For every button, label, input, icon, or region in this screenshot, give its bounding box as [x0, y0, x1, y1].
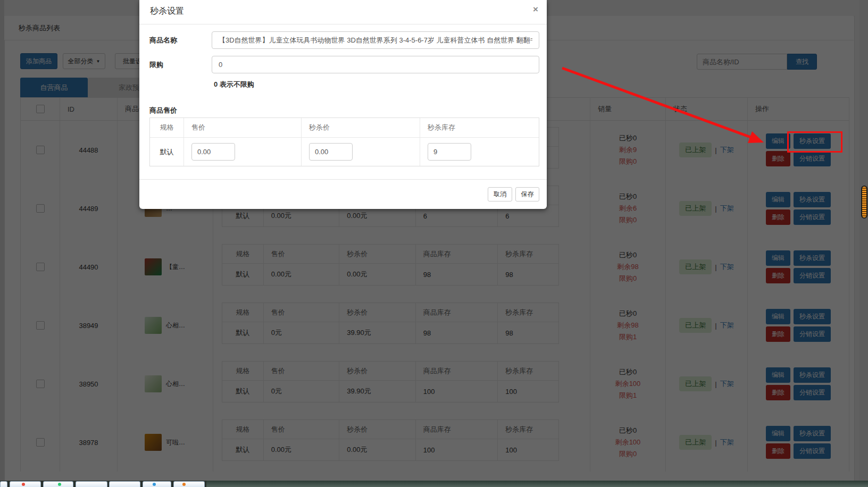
taskbar-dark-segment — [206, 481, 868, 487]
limit-hint: 0 表示不限购 — [214, 80, 254, 89]
taskbar-item[interactable] — [109, 481, 140, 487]
seckill-stock-input[interactable] — [428, 143, 471, 161]
product-name-field[interactable] — [212, 31, 539, 49]
modal-header-divider — [139, 24, 547, 24]
taskbar-item[interactable] — [76, 481, 107, 487]
annotation-highlight-rect — [787, 131, 842, 153]
price-input[interactable] — [191, 143, 235, 161]
taskbar-orange-icon — [182, 483, 186, 486]
save-button[interactable]: 保存 — [515, 187, 539, 201]
modal-header-seckill-stock: 秒杀库存 — [420, 118, 539, 138]
modal-table-data: 默认 — [150, 138, 539, 166]
taskbar-item[interactable] — [143, 481, 171, 487]
modal-header-price: 售价 — [184, 118, 302, 138]
modal-header-seckill-price: 秒杀价 — [302, 118, 420, 138]
modal-table-header: 规格 售价 秒杀价 秒杀库存 — [150, 118, 539, 138]
limit-field[interactable] — [212, 56, 539, 73]
product-name-label: 商品名称 — [149, 36, 177, 45]
taskbar-item[interactable] — [173, 481, 205, 487]
close-icon[interactable]: × — [533, 5, 538, 14]
price-section-label: 商品售价 — [149, 106, 177, 115]
scrollbar-thumb[interactable] — [861, 186, 867, 219]
cancel-button[interactable]: 取消 — [488, 187, 512, 201]
modal-price-table: 规格 售价 秒杀价 秒杀库存 默认 — [149, 117, 539, 166]
modal-spec-value: 默认 — [150, 138, 184, 166]
taskbar — [0, 481, 868, 487]
taskbar-green-icon — [58, 483, 61, 486]
taskbar-item[interactable] — [10, 481, 41, 487]
seckill-price-input[interactable] — [309, 143, 353, 161]
seckill-settings-modal: 秒杀设置 × 商品名称 限购 0 表示不限购 商品售价 规格 售价 秒杀价 秒杀… — [139, 0, 547, 209]
modal-title: 秒杀设置 — [150, 6, 184, 17]
modal-footer-divider — [139, 179, 547, 180]
taskbar-item[interactable] — [0, 481, 7, 487]
limit-label: 限购 — [149, 60, 163, 70]
taskbar-red-icon — [22, 483, 25, 486]
modal-header-spec: 规格 — [150, 118, 184, 138]
taskbar-blue-icon — [153, 483, 156, 486]
